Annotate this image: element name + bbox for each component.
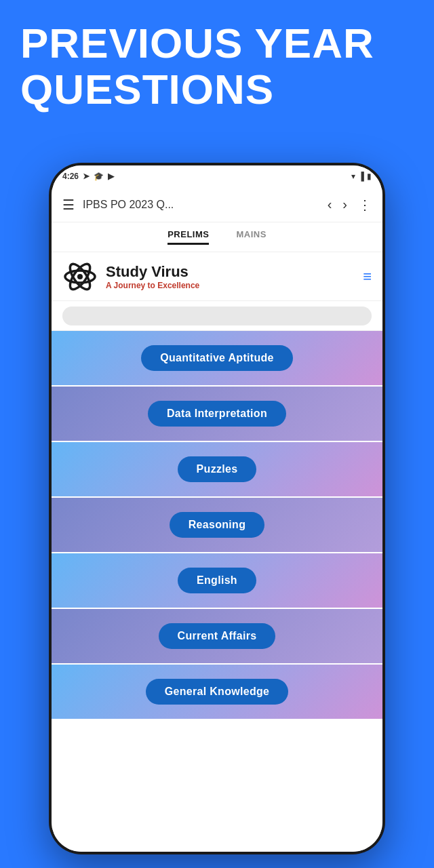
- category-card-reasoning[interactable]: Reasoning: [52, 498, 382, 552]
- tab-mains[interactable]: MAINS: [236, 229, 266, 245]
- nav-title: IPBS PO 2023 Q...: [83, 199, 319, 211]
- status-time: 4:26: [62, 172, 79, 181]
- category-card-puzzles[interactable]: Puzzles: [52, 442, 382, 496]
- category-btn-general-knowledge[interactable]: General Knowledge: [146, 679, 288, 705]
- forward-button[interactable]: ›: [340, 194, 350, 215]
- app-hamburger-icon[interactable]: ≡: [363, 268, 372, 285]
- svg-point-3: [77, 274, 83, 279]
- logo-subtitle: A Journey to Excellence: [106, 281, 199, 290]
- more-button[interactable]: ⋮: [355, 194, 374, 216]
- tabs-bar: PRELIMS MAINS: [52, 222, 382, 252]
- logo-icon: [62, 259, 98, 294]
- category-btn-reasoning[interactable]: Reasoning: [170, 512, 265, 538]
- category-btn-current-affairs[interactable]: Current Affairs: [159, 623, 276, 649]
- logo-area: Study Virus A Journey to Excellence ≡: [52, 252, 382, 301]
- search-bar-container: [52, 301, 382, 331]
- status-bar: 4:26 ➤ 🎓 ▶ ▾ ▐ ▮: [52, 165, 382, 187]
- category-card-data-interpretation[interactable]: Data Interpretation: [52, 387, 382, 441]
- category-card-current-affairs[interactable]: Current Affairs: [52, 609, 382, 663]
- hero-title: PREVIOUS YEAR QUESTIONS: [20, 20, 374, 113]
- phone-screen: 4:26 ➤ 🎓 ▶ ▾ ▐ ▮ ☰ IPBS PO 2023 Q... ‹ ›…: [52, 165, 382, 852]
- search-input[interactable]: [62, 307, 372, 326]
- status-left: 4:26 ➤ 🎓 ▶: [62, 172, 114, 181]
- battery-icon: ▮: [367, 172, 372, 181]
- category-card-general-knowledge[interactable]: General Knowledge: [52, 665, 382, 719]
- status-right: ▾ ▐ ▮: [351, 172, 372, 181]
- category-btn-quantitative[interactable]: Quantitative Aptitude: [141, 345, 293, 371]
- back-button[interactable]: ‹: [325, 194, 335, 215]
- nav-bar: ☰ IPBS PO 2023 Q... ‹ › ⋮: [52, 187, 382, 222]
- wifi-icon: ▾: [351, 172, 355, 181]
- menu-icon[interactable]: ☰: [60, 194, 77, 216]
- category-btn-english[interactable]: English: [178, 568, 256, 593]
- content-area: Quantitative Aptitude Data Interpretatio…: [52, 331, 382, 852]
- category-btn-data-interpretation[interactable]: Data Interpretation: [148, 401, 286, 427]
- phone-frame: 4:26 ➤ 🎓 ▶ ▾ ▐ ▮ ☰ IPBS PO 2023 Q... ‹ ›…: [49, 163, 385, 854]
- signal-icon: ▐: [358, 172, 364, 181]
- logo-text: Study Virus A Journey to Excellence: [106, 263, 199, 290]
- nav-actions: ‹ › ⋮: [325, 194, 374, 216]
- category-card-english[interactable]: English: [52, 553, 382, 608]
- logo-title: Study Virus: [106, 263, 199, 281]
- category-btn-puzzles[interactable]: Puzzles: [178, 456, 257, 482]
- graduation-icon: 🎓: [94, 172, 104, 181]
- tab-prelims[interactable]: PRELIMS: [167, 229, 209, 245]
- youtube-icon: ▶: [108, 172, 114, 181]
- category-card-quantitative[interactable]: Quantitative Aptitude: [52, 331, 382, 385]
- logo-left: Study Virus A Journey to Excellence: [62, 259, 199, 294]
- navigation-icon: ➤: [83, 172, 90, 181]
